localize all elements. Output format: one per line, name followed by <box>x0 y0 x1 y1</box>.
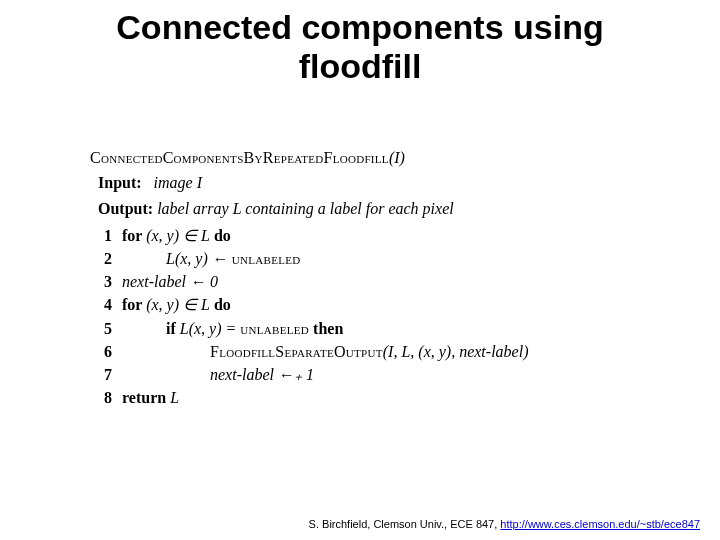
code-line-5: if L(x, y) = unlabeled then <box>122 317 690 340</box>
code-line-2: L(x, y) ← unlabeled <box>122 247 690 270</box>
line-number: 8 <box>90 386 112 409</box>
title-line-2: floodfill <box>299 47 422 85</box>
slide: Connected components using floodfill Con… <box>0 0 720 540</box>
code-line-4: for (x, y) ∈ L do <box>122 293 690 316</box>
code-line-7: next-label ←₊ 1 <box>122 363 690 386</box>
line-number: 3 <box>90 270 112 293</box>
page-title: Connected components using floodfill <box>30 8 690 86</box>
input-label: Input: <box>98 174 142 191</box>
line-number: 5 <box>90 317 112 340</box>
footer-prefix: S. Birchfield, Clemson Univ., ECE 847, <box>309 518 501 530</box>
line-number: 7 <box>90 363 112 386</box>
algo-body: 1 for (x, y) ∈ L do 2 L(x, y) ← unlabele… <box>90 224 690 410</box>
line-number: 2 <box>90 247 112 270</box>
footer-link[interactable]: http://www.ces.clemson.edu/~stb/ece847 <box>500 518 700 530</box>
algo-header: ConnectedComponentsByRepeatedFloodfill(I… <box>90 146 690 169</box>
code-line-3: next-label ← 0 <box>122 270 690 293</box>
code-line-6: FloodfillSeparateOutput(I, L, (x, y), ne… <box>122 340 690 363</box>
algo-name: ConnectedComponentsByRepeatedFloodfill <box>90 149 389 166</box>
algo-output: Output: label array L containing a label… <box>90 197 690 220</box>
title-line-1: Connected components using <box>116 8 603 46</box>
line-number: 6 <box>90 340 112 363</box>
algo-arg: (I) <box>389 149 405 166</box>
algorithm-block: ConnectedComponentsByRepeatedFloodfill(I… <box>90 146 690 409</box>
line-number: 4 <box>90 293 112 316</box>
code-line-1: for (x, y) ∈ L do <box>122 224 690 247</box>
input-text: image I <box>154 174 202 191</box>
footer: S. Birchfield, Clemson Univ., ECE 847, h… <box>309 518 700 530</box>
output-text: label array L containing a label for eac… <box>157 200 454 217</box>
algo-input: Input: image I <box>90 171 690 194</box>
code-line-8: return L <box>122 386 690 409</box>
output-label: Output: <box>98 200 153 217</box>
line-number: 1 <box>90 224 112 247</box>
